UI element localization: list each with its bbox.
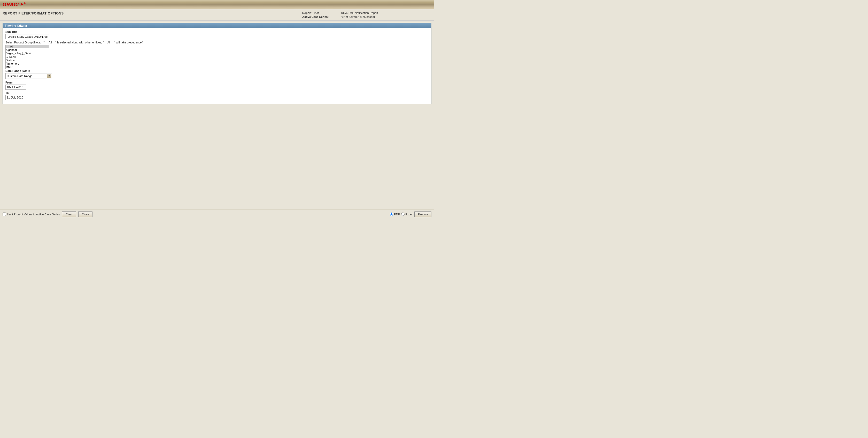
page-title: REPORT FILTER/FORMAT OPTIONS [3,11,64,15]
filtering-section: Filtering Criteria Sub Title Select Prod… [3,23,431,104]
case-series-label: Active Case Series: [302,15,336,18]
listbox-item-diabpen[interactable]: Diabpen [6,59,49,62]
listbox-item-flunomore[interactable]: Flunomore [6,62,49,65]
oracle-logo: ORACLE® [3,2,26,7]
format-radio-group: PDF Excel [390,212,412,216]
pdf-radio-label[interactable]: PDF [390,212,400,216]
subtitle-input[interactable] [5,34,49,39]
limit-label-text: Limit Prompt Values to Active Case Serie… [7,213,60,216]
limit-checkbox[interactable] [3,212,6,216]
limit-checkbox-label[interactable]: Limit Prompt Values to Active Case Serie… [3,212,60,216]
case-series-row: Active Case Series: < Not Saved > (176 c… [302,15,431,18]
bottom-bar: Limit Prompt Values to Active Case Serie… [0,209,434,219]
bottom-left: Limit Prompt Values to Active Case Serie… [3,211,92,217]
excel-label-text: Excel [405,213,412,216]
subtitle-label: Sub Title [5,30,429,33]
date-range-wrapper: Custom Date Range Last 7 Days Last 30 Da… [5,73,52,79]
header-bar: ORACLE® [0,0,434,9]
close-button[interactable]: Close [78,211,92,217]
listbox-item-begin[interactable]: Begin_ c£¤¿§_Devic [6,52,49,55]
clear-button[interactable]: Clear [62,211,76,217]
from-date-input[interactable] [5,85,26,90]
bottom-right: PDF Excel Execute [390,211,431,217]
report-title-row: Report Title: DCA-TME Notification Repor… [302,11,431,14]
pdf-label-text: PDF [394,213,400,216]
report-title-label: Report Title: [302,11,336,14]
excel-radio-label[interactable]: Excel [401,212,412,216]
excel-radio[interactable] [401,212,405,216]
page-title-bar: REPORT FILTER/FORMAT OPTIONS Report Titl… [0,9,434,21]
product-group-label: Select Product Group [Note: If "--- All … [5,41,429,44]
filtering-body: Sub Title Select Product Group [Note: If… [3,28,431,104]
main-content: Filtering Criteria Sub Title Select Prod… [0,21,434,106]
date-range-label: Date Range (GMT) [5,69,429,72]
listbox-item-cureall[interactable]: Cure All [6,55,49,59]
pdf-radio[interactable] [390,212,393,216]
listbox-item-algoheal[interactable]: Algoheal [6,48,49,52]
date-range-select[interactable]: Custom Date Range Last 7 Days Last 30 Da… [5,73,52,79]
to-label: To: [5,91,429,94]
product-group-listbox[interactable]: ---- All ---- Algoheal Begin_ c£¤¿§_Devi… [5,45,49,69]
report-title-value: DCA-TME Notification Report [341,11,378,14]
listbox-item-mmr[interactable]: MMR [6,65,49,69]
case-series-value: < Not Saved > (176 cases) [341,15,375,18]
filtering-header: Filtering Criteria [3,23,431,28]
execute-button[interactable]: Execute [414,211,431,217]
to-date-input[interactable] [5,95,26,100]
from-label: From: [5,81,429,84]
report-info: Report Title: DCA-TME Notification Repor… [302,11,431,18]
listbox-item-all[interactable]: ---- All ---- [6,45,49,48]
